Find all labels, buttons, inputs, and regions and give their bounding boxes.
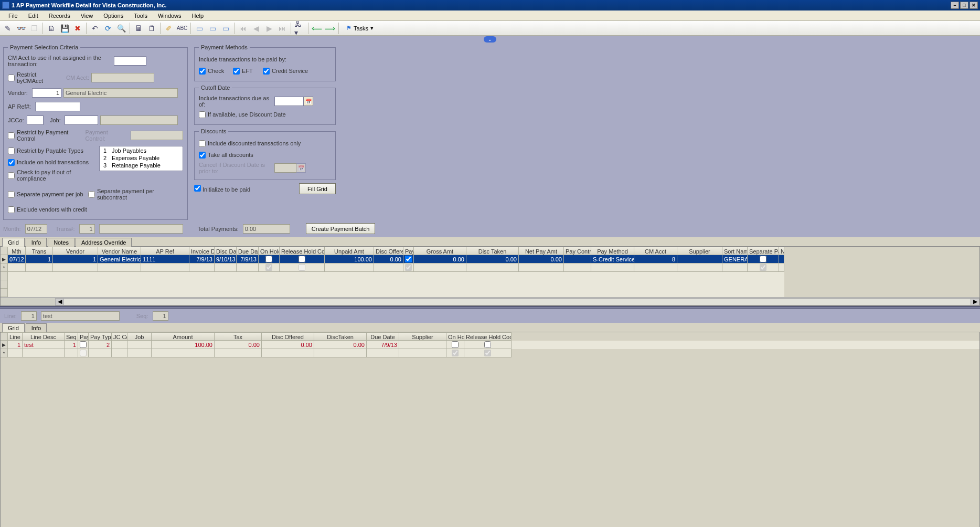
exclude-credit-checkbox[interactable] (8, 206, 15, 213)
eft-checkbox[interactable] (233, 68, 240, 75)
calendar-icon[interactable]: 📅 (304, 97, 313, 106)
check-label: Check (208, 68, 231, 74)
vendor-name (63, 88, 178, 98)
tab-notes[interactable]: Notes (48, 238, 74, 247)
calc-icon[interactable]: 🖩 (133, 23, 144, 34)
line-header: Line: Seq: (0, 309, 980, 323)
minimize-button[interactable]: – (951, 2, 959, 9)
sep-per-job-label: Separate payment per job (17, 191, 86, 197)
cs-checkbox[interactable] (263, 68, 270, 75)
navprev-green-icon[interactable]: ⟸ (311, 23, 323, 34)
total-value (243, 224, 290, 234)
delete-icon[interactable]: ✖ (72, 23, 83, 34)
menu-help[interactable]: Help (187, 11, 209, 20)
prev-icon[interactable]: ◀ (250, 23, 262, 34)
new-icon[interactable]: ✎ (2, 23, 14, 34)
check-checkbox[interactable] (199, 68, 206, 75)
last-icon[interactable]: ⏭ (276, 23, 288, 34)
spellcheck-icon[interactable]: ABC (176, 23, 188, 34)
tab-address-override[interactable]: Address Override (76, 238, 132, 247)
create-batch-button[interactable]: Create Payment Batch (306, 223, 376, 234)
save-icon[interactable]: 💾 (59, 23, 70, 34)
month-label: Month: (3, 226, 21, 232)
window3-icon[interactable]: ▭ (220, 23, 231, 34)
navnext-green-icon[interactable]: ⟹ (324, 23, 336, 34)
menu-file[interactable]: File (3, 11, 23, 20)
expand-strip: ⌄ (0, 36, 980, 43)
criteria-group: Payment Selection Criteria CM Acct to us… (3, 44, 188, 220)
menu-records[interactable]: Records (44, 11, 76, 20)
sep-per-sub-checkbox[interactable] (88, 191, 95, 198)
cmacct-default-input[interactable] (114, 56, 146, 66)
upper-grid-hscroll[interactable]: ◀▶ (1, 297, 979, 305)
doc-icon[interactable]: 🗎 (46, 23, 57, 34)
app-icon (2, 2, 9, 9)
eft-label: EFT (242, 68, 261, 74)
next-icon[interactable]: ▶ (263, 23, 275, 34)
take-all-discounts-checkbox[interactable] (199, 152, 206, 159)
include-discounted-only-checkbox[interactable] (199, 140, 206, 147)
fill-grid-button[interactable]: Fill Grid (299, 183, 336, 194)
tab-grid[interactable]: Grid (2, 238, 25, 247)
maximize-button[interactable]: □ (960, 2, 968, 9)
tab-info[interactable]: Info (26, 238, 47, 247)
glasses-icon[interactable]: 👓 (15, 23, 27, 34)
jcco-input[interactable] (27, 115, 44, 125)
criteria-legend: Payment Selection Criteria (8, 44, 80, 50)
menu-options[interactable]: Options (98, 11, 129, 20)
window1-icon[interactable]: ▭ (194, 23, 205, 34)
cs-label: Credit Service (272, 68, 308, 74)
copy-icon[interactable]: ❐ (28, 23, 40, 34)
payable-types-list[interactable]: 1Job Payables 2Expenses Payable 3Retaina… (99, 146, 183, 171)
summary-row: Month: Trans#: Total Payments: Create Pa… (0, 222, 980, 237)
line-desc (41, 311, 120, 321)
vendor-input[interactable] (32, 88, 61, 98)
check-compliance-checkbox[interactable] (8, 172, 15, 179)
lower-grid[interactable]: LineLine DescSeqPayPay TypeJC CoJobAmoun… (0, 332, 980, 527)
close-button[interactable]: ✕ (970, 2, 978, 9)
paymethods-legend: Payment Methods (199, 44, 250, 50)
cutoff-date-input[interactable] (274, 97, 304, 106)
initialize-checkbox[interactable] (194, 185, 201, 192)
note-icon[interactable]: 🗒 (146, 23, 157, 34)
job-desc (100, 115, 178, 125)
cmacct-default-label: CM Acct to use if not assigned in the tr… (8, 55, 112, 67)
apref-input[interactable] (35, 102, 80, 111)
tab2-info[interactable]: Info (26, 323, 47, 332)
restrict-paytypes-checkbox[interactable] (8, 147, 15, 154)
restrict-paycontrol-checkbox[interactable] (8, 132, 15, 139)
month-input (25, 224, 47, 234)
flag-icon: ⚑ (346, 25, 351, 31)
job-input[interactable] (65, 115, 98, 125)
paymethods-include-label: Include transactions to be paid by: (199, 56, 286, 62)
cutoff-group: Cutoff Date Include transactions due as … (194, 85, 336, 125)
menu-edit[interactable]: Edit (23, 11, 44, 20)
use-discount-date-checkbox[interactable] (199, 111, 206, 118)
undo-icon[interactable]: ↶ (89, 23, 101, 34)
tasks-label: Tasks (354, 25, 368, 31)
toolbar: ✎ 👓 ❐ 🗎 💾 ✖ ↶ ⟳ 🔍 🖩 🗒 ✐ ABC ▭ ▭ ▭ ⏮ ◀ ▶ … (0, 21, 980, 36)
refresh-icon[interactable]: ⟳ (102, 23, 114, 34)
sep-per-job-checkbox[interactable] (8, 191, 15, 198)
line-label: Line: (4, 313, 17, 319)
tab2-grid[interactable]: Grid (2, 323, 25, 332)
transnum-input (79, 224, 95, 234)
collapse-panel-icon[interactable]: ⌄ (484, 36, 496, 43)
lower-tabstrip: Grid Info (0, 323, 980, 332)
menu-windows[interactable]: Windows (153, 11, 187, 20)
seq-input (153, 311, 168, 321)
upper-grid[interactable]: MthTransVendorVendor NameAP RefInvoice D… (0, 247, 980, 306)
total-label: Total Payments: (198, 226, 239, 232)
first-icon[interactable]: ⏮ (237, 23, 249, 34)
sep-per-sub-label: Separate payment per subcontract (97, 188, 183, 201)
tasks-button[interactable]: ⚑ Tasks ▾ (342, 23, 378, 33)
include-onhold-checkbox[interactable] (8, 159, 15, 166)
window2-icon[interactable]: ▭ (207, 23, 218, 34)
menu-view[interactable]: View (76, 11, 99, 20)
restrict-cmacct-checkbox[interactable] (8, 75, 15, 81)
brush-icon[interactable]: ✐ (163, 23, 175, 34)
menu-tools[interactable]: Tools (129, 11, 153, 20)
search-icon[interactable]: 🔍 (115, 23, 127, 34)
discounts-group: Discounts Include discounted transaction… (194, 128, 336, 180)
link-icon[interactable]: 🖧▾ (294, 23, 305, 34)
